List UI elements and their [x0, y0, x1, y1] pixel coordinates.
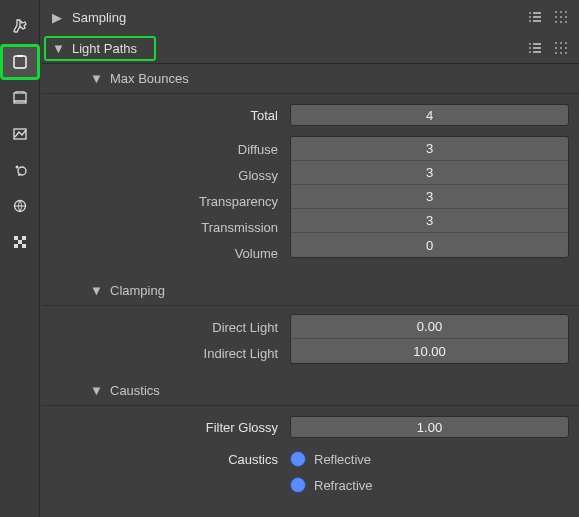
svg-point-24	[555, 21, 557, 23]
max-bounces-body: Total 4 Diffuse Glossy Transparency Tran…	[42, 94, 579, 276]
value: 1.00	[417, 420, 442, 435]
texture-tab[interactable]	[0, 224, 40, 260]
caustics-body: Filter Glossy 1.00 Caustics Reflective R…	[42, 406, 579, 508]
render-tab[interactable]	[0, 44, 40, 80]
panel-title: Light Paths	[72, 41, 154, 56]
clamping-body: Direct Light Indirect Light 0.00 10.00	[42, 306, 579, 376]
checkbox-label: Refractive	[314, 478, 373, 493]
input-indirect-clamp[interactable]: 10.00	[291, 339, 568, 363]
svg-rect-1	[17, 55, 23, 57]
chevron-down-icon: ▼	[90, 71, 102, 86]
label-transmission: Transmission	[52, 214, 290, 240]
svg-point-18	[555, 11, 557, 13]
svg-point-27	[529, 43, 531, 45]
svg-rect-17	[533, 20, 541, 22]
svg-point-5	[16, 166, 19, 169]
chevron-down-icon: ▼	[52, 41, 64, 56]
output-tab[interactable]	[0, 80, 40, 116]
svg-point-16	[529, 20, 531, 22]
svg-point-12	[529, 12, 531, 14]
input-total-bounces[interactable]: 4	[290, 104, 569, 126]
properties-tab-strip	[0, 0, 40, 517]
svg-point-31	[529, 51, 531, 53]
checkbox-icon	[290, 477, 306, 493]
svg-point-29	[529, 47, 531, 49]
svg-point-34	[560, 42, 562, 44]
grid-icon[interactable]	[553, 40, 569, 56]
svg-point-23	[565, 16, 567, 18]
chevron-down-icon: ▼	[90, 283, 102, 298]
svg-point-19	[560, 11, 562, 13]
label-total: Total	[52, 108, 290, 123]
svg-point-25	[560, 21, 562, 23]
svg-point-4	[18, 167, 26, 175]
label-diffuse: Diffuse	[52, 136, 290, 162]
svg-rect-3	[14, 129, 26, 139]
svg-point-22	[560, 16, 562, 18]
input-transparency-bounces[interactable]: 3	[291, 185, 568, 209]
label-direct-light: Direct Light	[52, 314, 290, 340]
label-filter-glossy: Filter Glossy	[52, 420, 290, 435]
input-diffuse-bounces[interactable]: 3	[291, 137, 568, 161]
svg-point-20	[565, 11, 567, 13]
svg-point-21	[555, 16, 557, 18]
label-glossy: Glossy	[52, 162, 290, 188]
label-indirect-light: Indirect Light	[52, 340, 290, 366]
properties-panel: ▶ Sampling ▼ Light Paths ▼	[40, 0, 579, 517]
chevron-down-icon: ▼	[90, 383, 102, 398]
checkbox-refractive[interactable]: Refractive	[290, 472, 569, 498]
input-filter-glossy[interactable]: 1.00	[290, 416, 569, 438]
svg-point-39	[555, 52, 557, 54]
svg-point-14	[529, 16, 531, 18]
input-volume-bounces[interactable]: 0	[291, 233, 568, 257]
svg-rect-9	[18, 240, 22, 244]
checkbox-label: Reflective	[314, 452, 371, 467]
svg-point-33	[555, 42, 557, 44]
clamp-group: 0.00 10.00	[290, 314, 569, 364]
svg-point-36	[555, 47, 557, 49]
subpanel-title: Clamping	[110, 283, 165, 298]
svg-rect-11	[22, 244, 26, 248]
svg-rect-8	[22, 236, 26, 240]
svg-rect-30	[533, 47, 541, 49]
svg-rect-32	[533, 51, 541, 53]
subpanel-caustics[interactable]: ▼ Caustics	[42, 376, 579, 406]
list-icon[interactable]	[527, 9, 543, 25]
grid-icon[interactable]	[553, 9, 569, 25]
subpanel-clamping[interactable]: ▼ Clamping	[42, 276, 579, 306]
bounces-group: 3 3 3 3 0	[290, 136, 569, 258]
label-caustics: Caustics	[52, 452, 290, 467]
world-tab[interactable]	[0, 188, 40, 224]
svg-point-26	[565, 21, 567, 23]
checkbox-icon	[290, 451, 306, 467]
svg-rect-28	[533, 43, 541, 45]
input-direct-clamp[interactable]: 0.00	[291, 315, 568, 339]
panel-row-sampling: ▶ Sampling	[42, 2, 579, 33]
chevron-right-icon: ▶	[52, 10, 64, 25]
tools-tab[interactable]	[0, 8, 40, 44]
label-volume: Volume	[52, 240, 290, 266]
view-layer-tab[interactable]	[0, 116, 40, 152]
subpanel-max-bounces[interactable]: ▼ Max Bounces	[42, 64, 579, 94]
subpanel-title: Caustics	[110, 383, 160, 398]
subpanel-title: Max Bounces	[110, 71, 189, 86]
svg-rect-10	[14, 244, 18, 248]
label-transparency: Transparency	[52, 188, 290, 214]
checkbox-reflective[interactable]: Reflective	[290, 446, 569, 472]
svg-point-40	[560, 52, 562, 54]
panel-title: Sampling	[72, 10, 579, 25]
panel-light-paths[interactable]: ▼ Light Paths	[44, 36, 156, 61]
panel-sampling[interactable]: ▶ Sampling	[42, 2, 579, 33]
list-icon[interactable]	[527, 40, 543, 56]
input-transmission-bounces[interactable]: 3	[291, 209, 568, 233]
svg-rect-7	[14, 236, 18, 240]
svg-point-41	[565, 52, 567, 54]
svg-rect-0	[14, 56, 26, 68]
input-glossy-bounces[interactable]: 3	[291, 161, 568, 185]
svg-point-35	[565, 42, 567, 44]
scene-tab[interactable]	[0, 152, 40, 188]
svg-point-38	[565, 47, 567, 49]
panel-row-light-paths: ▼ Light Paths	[42, 33, 579, 64]
value: 4	[426, 108, 433, 123]
svg-rect-13	[533, 12, 541, 14]
